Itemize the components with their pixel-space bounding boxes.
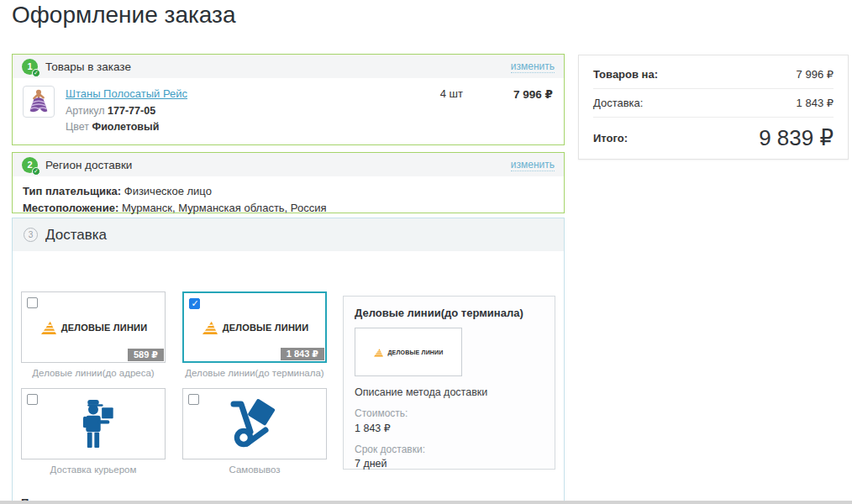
page-title: Оформление заказа xyxy=(12,2,236,29)
delivery-option-business-lines-terminal[interactable]: ДЕЛОВЫЕ ЛИНИИ 1 843 ₽ xyxy=(182,291,327,363)
cost-value: 1 843 ₽ xyxy=(355,422,544,434)
summary-total-value: 9 839 ₽ xyxy=(759,125,834,151)
section-delivery-title: Доставка xyxy=(45,227,107,244)
payer-type-line: Тип плательщика: Физическое лицо xyxy=(23,183,554,200)
summary-total-row: Итого: 9 839 ₽ xyxy=(593,125,834,151)
summary-delivery-value: 1 843 ₽ xyxy=(797,97,834,109)
pants-image xyxy=(24,87,53,116)
check-icon: ✓ xyxy=(32,69,40,77)
product-price: 7 996 ₽ xyxy=(513,87,553,101)
summary-items-row: Товаров на: 7 996 ₽ xyxy=(593,60,834,89)
business-lines-triangle-icon xyxy=(39,320,58,335)
section-region: 2 ✓ Регион доставки изменить Тип платель… xyxy=(12,152,565,213)
step-3-icon: 3 xyxy=(24,228,38,242)
summary-delivery-row: Доставка: 1 843 ₽ xyxy=(593,89,834,118)
delivery-option-label: Деловые линии(до адреса) xyxy=(21,368,166,378)
section-delivery: 3 Доставка ДЕЛОВЫЕ ЛИНИИ 589 ₽ Деловые л… xyxy=(12,218,565,504)
checkbox-business-lines-address[interactable] xyxy=(27,297,38,308)
location-line: Местоположение: Мурманск, Мурманская обл… xyxy=(23,200,554,217)
price-badge: 589 ₽ xyxy=(128,349,164,361)
section-region-title: Регион доставки xyxy=(45,159,132,171)
business-lines-logo: ДЕЛОВЫЕ ЛИНИИ xyxy=(201,320,309,335)
delivery-option-courier[interactable] xyxy=(21,388,166,459)
section-items-title: Товары в заказе xyxy=(45,60,131,73)
edit-items-link[interactable]: изменить xyxy=(511,60,555,73)
summary-total-label: Итого: xyxy=(593,132,628,144)
product-color: Цвет Фиолетовый xyxy=(66,121,187,133)
term-value: 7 дней xyxy=(355,458,544,470)
delivery-option-business-lines-address[interactable]: ДЕЛОВЫЕ ЛИНИИ 589 ₽ xyxy=(21,291,166,363)
courier-icon xyxy=(69,397,118,451)
delivery-option-label: Деловые линии(до терминала) xyxy=(182,368,327,378)
summary-items-value: 7 996 ₽ xyxy=(797,68,834,81)
check-icon: ✓ xyxy=(32,167,40,176)
term-label: Срок доставки: xyxy=(355,444,544,455)
delivery-details-title: Деловые линии(до терминала) xyxy=(355,307,544,319)
step-1-done-icon: 1 ✓ xyxy=(22,59,38,75)
section-region-header: 2 ✓ Регион доставки изменить xyxy=(13,153,564,176)
summary-items-label: Товаров на: xyxy=(593,68,658,81)
delivery-option-pickup[interactable] xyxy=(182,388,327,459)
delivery-details-panel: Деловые линии(до терминала) ДЕЛОВЫЕ ЛИНИ… xyxy=(343,296,555,470)
cost-label: Стоимость: xyxy=(355,407,544,419)
product-row: Штаны Полосатый Рейс Артикул 177-77-05 Ц… xyxy=(13,78,564,140)
delivery-method-description: Описание метода доставки xyxy=(355,386,544,398)
delivery-option-label: Самовывоз xyxy=(182,465,327,475)
checkbox-business-lines-terminal[interactable] xyxy=(189,298,200,309)
footer-divider xyxy=(0,501,852,504)
product-thumbnail[interactable] xyxy=(23,86,55,118)
checkbox-courier[interactable] xyxy=(27,394,38,405)
business-lines-triangle-icon xyxy=(373,348,384,357)
section-delivery-header: 3 Доставка xyxy=(13,218,564,251)
summary-delivery-label: Доставка: xyxy=(593,97,643,109)
step-2-done-icon: 2 ✓ xyxy=(22,157,38,173)
business-lines-triangle-icon xyxy=(201,320,219,335)
product-name-link[interactable]: Штаны Полосатый Рейс xyxy=(66,87,187,100)
product-sku: Артикул 177-77-05 xyxy=(66,105,187,117)
checkbox-pickup[interactable] xyxy=(188,394,199,405)
delivery-method-image: ДЕЛОВЫЕ ЛИНИИ xyxy=(355,328,462,376)
delivery-option-label: Доставка курьером xyxy=(21,465,166,475)
business-lines-logo: ДЕЛОВЫЕ ЛИНИИ xyxy=(39,320,148,335)
order-summary: Товаров на: 7 996 ₽ Доставка: 1 843 ₽ Ит… xyxy=(578,55,849,160)
section-items-header: 1 ✓ Товары в заказе изменить xyxy=(13,55,564,78)
edit-region-link[interactable]: изменить xyxy=(511,159,555,171)
price-badge: 1 843 ₽ xyxy=(281,348,324,360)
handtruck-icon xyxy=(228,399,281,449)
checkout-page: Оформление заказа 1 ✓ Товары в заказе из… xyxy=(0,0,852,504)
product-quantity: 4 шт xyxy=(440,87,463,100)
section-items: 1 ✓ Товары в заказе изменить Штаны Полос… xyxy=(12,54,565,145)
